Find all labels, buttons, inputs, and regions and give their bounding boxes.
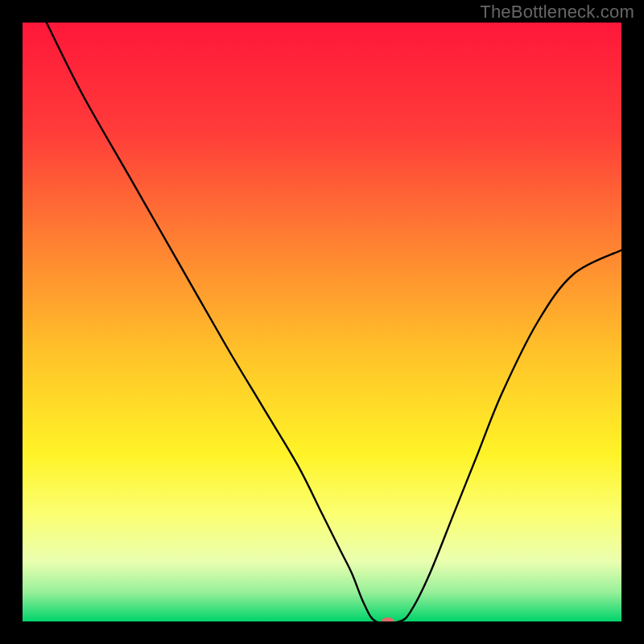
gradient-background <box>23 23 621 621</box>
chart-frame: TheBottleneck.com <box>0 0 644 644</box>
chart-plot-area <box>23 23 621 621</box>
chart-svg <box>23 23 621 621</box>
watermark-text: TheBottleneck.com <box>480 2 634 23</box>
